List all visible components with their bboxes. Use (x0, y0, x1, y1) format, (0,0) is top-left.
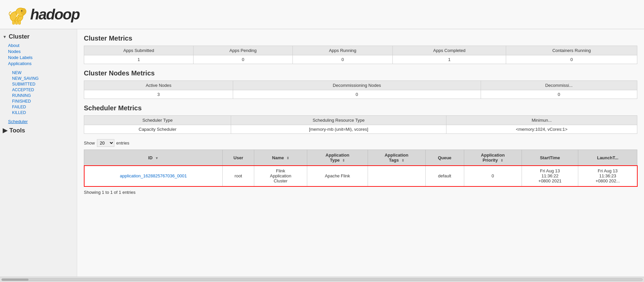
app-launch-time-cell: Fri Aug 1311:36:23+0800 202... (578, 166, 637, 186)
col-scheduling-resource-type: Scheduling Resource Type (231, 116, 446, 125)
col-queue: Queue (425, 150, 464, 166)
app-tags-cell (368, 166, 425, 186)
sidebar-item-nodes[interactable]: Nodes (8, 49, 74, 54)
col-decommissioning-nodes: Decommissioning Nodes (233, 81, 481, 90)
val-apps-completed: 1 (392, 55, 506, 64)
col-active-nodes: Active Nodes (84, 81, 233, 90)
col-application-priority[interactable]: ApplicationPriority ⇕ (464, 150, 522, 166)
col-application-tags-label: ApplicationTags (385, 153, 409, 163)
sidebar: ▼ Cluster About Nodes Node Labels Applic… (0, 29, 77, 277)
table-row: application_1628825767036_0001 root Flin… (84, 166, 637, 186)
new-link[interactable]: NEW (12, 70, 21, 75)
col-apps-pending: Apps Pending (194, 46, 293, 55)
col-app-priority-sort-icon: ⇕ (500, 159, 503, 162)
col-decommissioned-nodes: Decommissi... (481, 81, 637, 90)
col-start-time-label: StartTime (540, 155, 560, 160)
col-name[interactable]: Name ⇕ (254, 150, 307, 166)
cluster-triangle-icon: ▼ (3, 35, 7, 39)
sidebar-item-about[interactable]: About (8, 43, 74, 48)
val-containers-running: 0 (506, 55, 637, 64)
tools-triangle-icon: ▶ (3, 127, 7, 134)
col-minimum-resource: Minimun... (446, 116, 637, 125)
scrollbar-track[interactable] (1, 278, 643, 281)
app-start-time-value: Fri Aug 1311:36:22+0800 2021 (538, 168, 561, 183)
apps-table: ID ▼ User Name ⇕ ApplicationType ⇕ (84, 150, 637, 186)
val-decommissioned-nodes: 0 (481, 90, 637, 99)
header: hadoop (0, 0, 644, 29)
app-id-cell: application_1628825767036_0001 (84, 166, 223, 186)
about-link[interactable]: About (8, 43, 19, 48)
app-user-cell: root (223, 166, 254, 186)
cluster-metrics-title: Cluster Metrics (84, 35, 637, 42)
col-app-type-sort-icon: ⇕ (342, 159, 345, 162)
node-labels-link[interactable]: Node Labels (8, 55, 33, 60)
sidebar-item-nodelabels[interactable]: Node Labels (8, 55, 74, 60)
submitted-link[interactable]: SUBMITTED (12, 82, 35, 87)
val-minimum-resource: <memory:1024, vCores:1> (446, 125, 637, 134)
sidebar-item-finished[interactable]: FINISHED (12, 99, 74, 104)
app-launch-time-value: Fri Aug 1311:36:23+0800 202... (595, 168, 620, 183)
cluster-section-title[interactable]: ▼ Cluster (3, 33, 74, 40)
col-id-sort-icon: ▼ (155, 156, 158, 160)
sidebar-item-submitted[interactable]: SUBMITTED (12, 81, 74, 87)
scheduler-metrics-table: Scheduler Type Scheduling Resource Type … (84, 115, 637, 134)
col-containers-running: Containers Running (506, 46, 637, 55)
tools-section-title[interactable]: ▶ Tools (3, 127, 74, 134)
sidebar-item-new-saving[interactable]: NEW_SAVING (12, 76, 74, 81)
nodes-link[interactable]: Nodes (8, 49, 21, 54)
col-user: User (223, 150, 254, 166)
app-type-cell: Apache Flink (307, 166, 368, 186)
val-scheduling-resource-type: [memory-mb (unit=Mi), vcores] (231, 125, 446, 134)
sidebar-item-killed[interactable]: KILLED (12, 110, 74, 115)
col-apps-submitted: Apps Submitted (84, 46, 194, 55)
col-apps-completed: Apps Completed (392, 46, 506, 55)
val-scheduler-type: Capacity Scheduler (84, 125, 231, 134)
col-user-label: User (233, 155, 243, 160)
sidebar-item-applications[interactable]: Applications (8, 61, 74, 66)
cluster-nodes-title: Cluster Nodes Metrics (84, 69, 637, 77)
new-saving-link[interactable]: NEW_SAVING (12, 76, 39, 81)
cluster-metrics-table: Apps Submitted Apps Pending Apps Running… (84, 46, 637, 64)
app-id-link[interactable]: application_1628825767036_0001 (120, 173, 187, 178)
accepted-link[interactable]: ACCEPTED (12, 88, 34, 92)
scrollbar-thumb[interactable] (2, 279, 29, 281)
svg-point-3 (21, 10, 22, 12)
horizontal-scrollbar[interactable] (0, 277, 644, 282)
svg-point-2 (21, 8, 26, 15)
logo-area: hadoop (5, 3, 79, 26)
pagination-text: Showing 1 to 1 of 1 entries (84, 190, 637, 195)
show-entries-control: Show 10 20 25 50 100 entries (84, 139, 637, 147)
entries-select[interactable]: 10 20 25 50 100 (97, 139, 114, 147)
col-application-type[interactable]: ApplicationType ⇕ (307, 150, 368, 166)
sidebar-item-accepted[interactable]: ACCEPTED (12, 87, 74, 92)
cluster-label: Cluster (9, 33, 30, 40)
val-apps-running: 0 (293, 55, 393, 64)
val-decommissioning-nodes: 0 (233, 90, 481, 99)
col-apps-running: Apps Running (293, 46, 393, 55)
scheduler-link[interactable]: Scheduler (3, 119, 74, 124)
sidebar-item-running[interactable]: RUNNING (12, 93, 74, 98)
cluster-nav: About Nodes Node Labels Applications (3, 43, 74, 66)
col-application-tags[interactable]: ApplicationTags ⇕ (368, 150, 425, 166)
finished-link[interactable]: FINISHED (12, 99, 31, 104)
hadoop-logo-icon (5, 3, 29, 26)
col-name-label: Name (272, 155, 284, 160)
running-link[interactable]: RUNNING (12, 93, 31, 98)
app-queue-cell: default (425, 166, 464, 186)
svg-rect-4 (12, 20, 15, 24)
sidebar-item-failed[interactable]: FAILED (12, 104, 74, 109)
col-id-label: ID (148, 155, 153, 160)
col-launch-time-label: LaunchT... (597, 155, 619, 160)
killed-link[interactable]: KILLED (12, 110, 26, 115)
svg-rect-5 (15, 20, 18, 24)
val-apps-pending: 0 (194, 55, 293, 64)
show-label: Show (84, 140, 95, 146)
col-app-tags-sort-icon: ⇕ (401, 159, 404, 162)
tools-label: Tools (9, 127, 25, 134)
failed-link[interactable]: FAILED (12, 105, 26, 109)
applications-link[interactable]: Applications (8, 61, 32, 66)
col-id[interactable]: ID ▼ (84, 150, 223, 166)
main-content: Cluster Metrics Apps Submitted Apps Pend… (77, 29, 644, 277)
col-application-type-label: ApplicationType (326, 153, 350, 163)
sidebar-item-new[interactable]: NEW (12, 70, 74, 75)
